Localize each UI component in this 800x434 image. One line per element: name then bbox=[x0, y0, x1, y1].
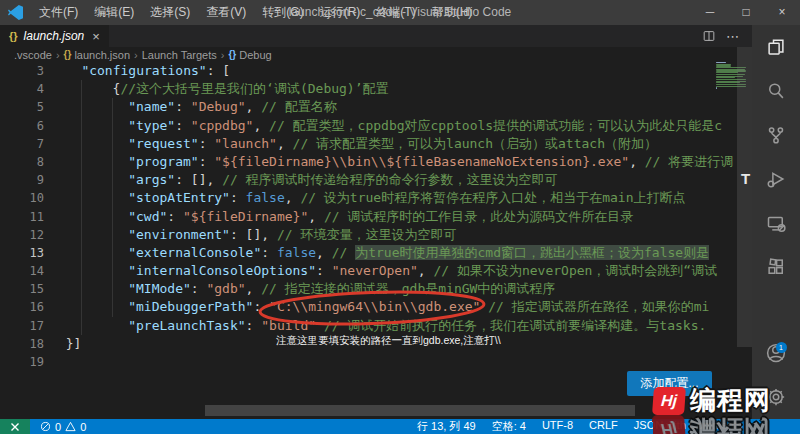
token-kw: false bbox=[277, 245, 316, 260]
token-pun: : bbox=[261, 245, 277, 260]
line-number[interactable]: 19 bbox=[0, 353, 44, 371]
problems-indicator[interactable]: 0 0 bbox=[40, 421, 86, 433]
token-com: //这个大括号里是我们的‘调试(Debug)’配置 bbox=[120, 81, 388, 96]
code-line-19[interactable]: 19 bbox=[0, 353, 752, 371]
line-content: "name": "Debug", // 配置名称 bbox=[58, 98, 337, 116]
breadcrumb-separator: › bbox=[56, 49, 60, 61]
indent-guide bbox=[81, 80, 82, 335]
account-icon[interactable]: 1 bbox=[752, 331, 800, 375]
token-pun: : [], bbox=[175, 172, 222, 187]
horizontal-scrollbar[interactable] bbox=[205, 405, 635, 416]
activity-bar: 1 bbox=[752, 25, 800, 419]
line-number[interactable]: 6 bbox=[0, 117, 44, 135]
vscode-logo-icon bbox=[8, 5, 23, 20]
breadcrumb-item-launch-targets[interactable]: Launch Targets bbox=[142, 49, 217, 61]
line-content: "internalConsoleOptions": "neverOpen", /… bbox=[58, 262, 717, 280]
menu-item-1[interactable]: 编辑(E) bbox=[86, 0, 142, 25]
watermark-t-mark: T bbox=[741, 170, 750, 187]
token-pun: }] bbox=[66, 336, 82, 351]
line-number[interactable]: 15 bbox=[0, 280, 44, 298]
status-item-1[interactable]: 空格: 4 bbox=[492, 419, 526, 434]
line-number[interactable]: 12 bbox=[0, 226, 44, 244]
more-actions-icon[interactable]: ⋯ bbox=[726, 29, 740, 44]
status-item-2[interactable]: UTF-8 bbox=[542, 419, 573, 434]
vscode-window: 文件(F)编辑(E)选择(S)查看(V)转到(G)运行(R)终端(T)帮助(H)… bbox=[0, 0, 800, 434]
line-number[interactable]: 13 bbox=[0, 244, 44, 262]
menu-item-3[interactable]: 查看(V) bbox=[198, 0, 254, 25]
line-number[interactable]: 7 bbox=[0, 135, 44, 153]
remote-icon bbox=[10, 422, 20, 432]
line-number[interactable]: 5 bbox=[0, 98, 44, 116]
vertical-scrollbar[interactable] bbox=[737, 47, 752, 347]
token-com: // 设为true时程序将暂停在程序入口处，相当于在main上打断点 bbox=[300, 190, 685, 205]
split-editor-icon[interactable] bbox=[702, 29, 716, 43]
token-str: "gdb" bbox=[206, 281, 245, 296]
token-pun: , bbox=[418, 263, 434, 278]
token-pun: , bbox=[629, 154, 645, 169]
token-com: // 环境变量，这里设为空即可 bbox=[277, 227, 456, 242]
token-key: "preLaunchTask" bbox=[128, 318, 245, 333]
token-pun: : bbox=[230, 190, 246, 205]
line-number[interactable]: 18 bbox=[0, 335, 44, 353]
watermark-logo: Hj bbox=[652, 387, 686, 415]
token-key: "stopAtEntry" bbox=[128, 190, 230, 205]
line-number[interactable]: 10 bbox=[0, 189, 44, 207]
remote-explorer-icon[interactable] bbox=[752, 201, 800, 245]
line-content: }] bbox=[58, 335, 81, 353]
token-pun: : bbox=[199, 154, 215, 169]
status-item-0[interactable]: 行 13, 列 49 bbox=[417, 419, 476, 434]
token-pun: : [], bbox=[230, 227, 277, 242]
token-pun: , bbox=[246, 99, 262, 114]
token-pun: , bbox=[285, 190, 301, 205]
run-debug-icon[interactable] bbox=[752, 157, 800, 201]
source-control-icon[interactable] bbox=[752, 113, 800, 157]
line-number[interactable]: 4 bbox=[0, 80, 44, 98]
line-number[interactable]: 9 bbox=[0, 171, 44, 189]
token-com: // 指定调试器所在路径，如果你的mi bbox=[488, 299, 709, 314]
status-item-3[interactable]: CRLF bbox=[589, 419, 618, 434]
menu-item-0[interactable]: 文件(F) bbox=[31, 0, 86, 25]
line-number[interactable]: 16 bbox=[0, 298, 44, 316]
token-pun: , bbox=[253, 118, 269, 133]
line-number[interactable]: 3 bbox=[0, 62, 44, 80]
breadcrumb-item--vscode[interactable]: .vscode bbox=[14, 49, 52, 61]
token-com: // 程序调试时传递给程序的命令行参数，这里设为空即可 bbox=[222, 172, 557, 187]
token-comhl: 为true时使用单独的cmd窗口，跳出小黑框；设为false则是 bbox=[355, 245, 709, 260]
token-str: "Debug" bbox=[191, 99, 246, 114]
json-file-icon: {} bbox=[64, 49, 72, 60]
remote-indicator[interactable] bbox=[0, 419, 30, 434]
breadcrumb-label: Debug bbox=[239, 49, 271, 61]
minimize-icon[interactable]: ─ bbox=[692, 0, 728, 25]
editor-actions: ⋯ bbox=[702, 25, 752, 47]
breadcrumb-item-launch-json[interactable]: {}launch.json bbox=[64, 49, 130, 61]
indent-guide bbox=[112, 98, 113, 317]
token-com: // 配置类型，cppdbg对应cpptools提供的调试功能；可以认为此处只能… bbox=[269, 118, 722, 133]
token-kw: false bbox=[246, 190, 285, 205]
token-com: // 调试程序时的工作目录，此处为源码文件所在目录 bbox=[324, 209, 633, 224]
code-line-4[interactable]: 4{//这个大括号里是我们的‘调试(Debug)’配置 bbox=[0, 80, 752, 98]
menu-item-2[interactable]: 选择(S) bbox=[142, 0, 198, 25]
tab-launch-json[interactable]: {} launch.json × bbox=[0, 25, 109, 47]
maximize-icon[interactable]: □ bbox=[728, 0, 764, 25]
token-com: // 如果不设为neverOpen，调试时会跳到“调试 bbox=[433, 263, 717, 278]
token-pun: : bbox=[167, 209, 183, 224]
token-pun: , bbox=[308, 209, 324, 224]
breadcrumb-item-debug[interactable]: {}Debug bbox=[228, 49, 271, 61]
line-number[interactable]: 11 bbox=[0, 208, 44, 226]
extensions-icon[interactable] bbox=[752, 245, 800, 289]
explorer-icon[interactable] bbox=[752, 25, 800, 69]
close-icon[interactable]: × bbox=[764, 0, 800, 25]
line-number[interactable]: 14 bbox=[0, 262, 44, 280]
tab-label: launch.json bbox=[24, 29, 85, 43]
line-content: "program": "${fileDirname}\\bin\\${fileB… bbox=[58, 153, 733, 171]
line-content: "cwd": "${fileDirname}", // 调试程序时的工作目录，此… bbox=[58, 208, 633, 226]
line-content: "request": "launch", // 请求配置类型，可以为launch… bbox=[58, 135, 657, 153]
line-content: "args": [], // 程序调试时传递给程序的命令行参数，这里设为空即可 bbox=[58, 171, 558, 189]
line-number[interactable]: 8 bbox=[0, 153, 44, 171]
line-number[interactable]: 17 bbox=[0, 317, 44, 335]
watermark-logo-reflection: Hj bbox=[652, 416, 686, 434]
tab-close-icon[interactable]: × bbox=[92, 29, 100, 44]
search-icon[interactable] bbox=[752, 69, 800, 113]
code-line-3[interactable]: 3"configurations": [ bbox=[0, 62, 752, 80]
token-key: "MIMode" bbox=[128, 281, 191, 296]
